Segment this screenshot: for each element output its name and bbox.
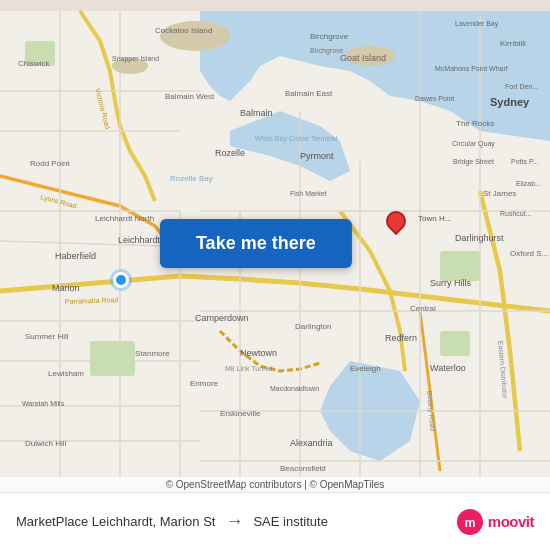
svg-text:Eveleigh: Eveleigh [350, 364, 381, 373]
take-me-there-button[interactable]: Take me there [160, 219, 352, 268]
svg-text:McMahons Point Wharf: McMahons Point Wharf [435, 65, 508, 72]
svg-text:Camperdown: Camperdown [195, 313, 249, 323]
svg-text:Goat Island: Goat Island [340, 53, 386, 63]
route-info: MarketPlace Leichhardt, Marion St → SAE … [16, 511, 446, 532]
svg-text:Kirribilli: Kirribilli [500, 39, 526, 48]
svg-text:Sydney: Sydney [490, 96, 530, 108]
svg-text:Pyrmont: Pyrmont [300, 151, 334, 161]
destination-pin [386, 211, 406, 231]
svg-text:Elizab...: Elizab... [516, 180, 541, 187]
svg-text:Potts P...: Potts P... [511, 158, 539, 165]
bottom-bar: MarketPlace Leichhardt, Marion St → SAE … [0, 492, 550, 550]
map-attribution: © OpenStreetMap contributors | © OpenMap… [0, 477, 550, 492]
svg-text:The Rocks: The Rocks [456, 119, 494, 128]
svg-text:Haberfield: Haberfield [55, 251, 96, 261]
svg-text:Rushcut...: Rushcut... [500, 210, 532, 217]
svg-text:Waterloo: Waterloo [430, 363, 466, 373]
svg-text:Enmore: Enmore [190, 379, 219, 388]
svg-text:Newtown: Newtown [240, 348, 277, 358]
svg-rect-24 [440, 251, 480, 281]
svg-text:Dulwich Hill: Dulwich Hill [25, 439, 67, 448]
app-container: Goat Island Cockatoo Island Sydney Balma… [0, 0, 550, 550]
svg-text:Lavender Bay: Lavender Bay [455, 20, 499, 28]
svg-text:Bridge Street: Bridge Street [453, 158, 494, 166]
svg-text:Leichhardt North: Leichhardt North [95, 214, 154, 223]
svg-text:Summer Hill: Summer Hill [25, 332, 69, 341]
svg-text:Birchgrove: Birchgrove [310, 32, 349, 41]
svg-text:Redfern: Redfern [385, 333, 417, 343]
svg-rect-25 [440, 331, 470, 356]
svg-text:Balmain East: Balmain East [285, 89, 333, 98]
svg-text:Fish Market: Fish Market [290, 190, 327, 197]
svg-text:Chiswick: Chiswick [18, 59, 51, 68]
svg-text:m: m [464, 516, 475, 530]
route-arrow: → [225, 511, 243, 532]
svg-text:Dawes Point: Dawes Point [415, 95, 454, 102]
svg-text:Surry Hills: Surry Hills [430, 278, 472, 288]
svg-text:Marion: Marion [52, 283, 80, 293]
svg-text:Balmain: Balmain [240, 108, 273, 118]
svg-text:Darlinghurst: Darlinghurst [455, 233, 504, 243]
svg-text:Cockatoo Island: Cockatoo Island [155, 26, 212, 35]
moovit-brand-text: moovit [488, 513, 534, 530]
svg-text:M8 Link Tunnel: M8 Link Tunnel [225, 365, 273, 372]
svg-rect-22 [90, 341, 135, 376]
svg-text:Town H...: Town H... [418, 214, 451, 223]
svg-text:Rozelle: Rozelle [215, 148, 245, 158]
route-destination: SAE institute [253, 514, 327, 529]
current-location-dot [113, 272, 129, 288]
svg-text:Macdonaldtown: Macdonaldtown [270, 385, 319, 392]
svg-text:Birchgrove: Birchgrove [310, 47, 344, 55]
svg-text:Erskineville: Erskineville [220, 409, 261, 418]
svg-text:Beaconsfield: Beaconsfield [280, 464, 326, 473]
svg-text:Snapper Island: Snapper Island [112, 55, 159, 63]
moovit-logo: m moovit [456, 508, 534, 536]
map-area: Goat Island Cockatoo Island Sydney Balma… [0, 0, 550, 492]
svg-text:Alexandria: Alexandria [290, 438, 333, 448]
pin-head [382, 207, 410, 235]
svg-text:Oxford S...: Oxford S... [510, 249, 548, 258]
svg-text:Stanmore: Stanmore [135, 349, 170, 358]
svg-text:Leichhardt: Leichhardt [118, 235, 161, 245]
svg-text:Fort Den...: Fort Den... [505, 83, 538, 90]
svg-text:Central: Central [410, 304, 436, 313]
svg-text:Balmain West: Balmain West [165, 92, 215, 101]
svg-text:Rodd Point: Rodd Point [30, 159, 70, 168]
svg-text:Lewisham: Lewisham [48, 369, 84, 378]
svg-text:White Bay Cruise Terminal: White Bay Cruise Terminal [255, 135, 338, 143]
moovit-icon: m [456, 508, 484, 536]
svg-text:Circular Quay: Circular Quay [452, 140, 495, 148]
svg-text:Rozelle Bay: Rozelle Bay [170, 174, 213, 183]
svg-text:St James: St James [483, 189, 516, 198]
route-origin: MarketPlace Leichhardt, Marion St [16, 514, 215, 529]
svg-text:Waratah Mills: Waratah Mills [22, 400, 65, 407]
svg-text:Darlington: Darlington [295, 322, 331, 331]
